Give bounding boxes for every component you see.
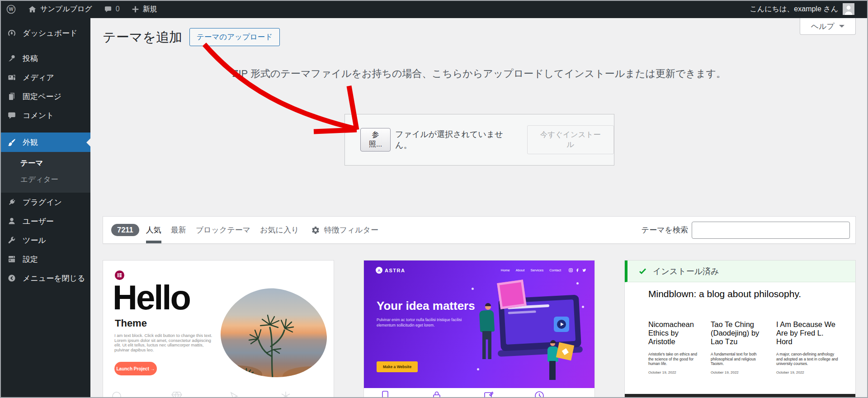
new-content-link[interactable]: 新規 — [126, 0, 163, 18]
gem-icon — [171, 391, 183, 398]
search-themes-label: テーマを検索 — [642, 225, 688, 235]
new-label: 新規 — [143, 5, 157, 14]
wp-logo-button[interactable]: W — [0, 0, 22, 18]
mindblown-post: Nicomachean Ethics by Aristotle Aristotl… — [648, 320, 700, 374]
phone-icon — [381, 391, 389, 398]
astra-brand-name: ASTRA — [385, 268, 405, 273]
sidebar-item-settings[interactable]: 設定 — [0, 250, 90, 269]
appearance-submenu: テーマ エディター — [0, 152, 90, 193]
mindblown-posts-grid: Nicomachean Ethics by Aristotle Aristotl… — [648, 320, 838, 374]
gear-icon — [311, 226, 320, 235]
facebook-icon — [576, 268, 580, 272]
avatar — [843, 3, 854, 15]
upload-theme-form: 参照... ファイルが選択されていません。 今すぐインストール — [344, 114, 614, 166]
sidebar-item-dashboard[interactable]: ダッシュボード — [0, 24, 90, 43]
mindblown-site-heading: Mindblown: a blog about philosophy. — [648, 289, 801, 299]
install-now-button-disabled: 今すぐインストール — [527, 125, 614, 154]
sidebar-label-users: ユーザー — [23, 216, 54, 227]
my-account-link[interactable]: こんにちは、example さん — [744, 0, 868, 18]
astra-preview-features-row — [364, 388, 594, 398]
theme-card-mindblown-installed[interactable]: インストール済み Mindblown: a blog about philoso… — [624, 260, 856, 398]
dashboard-icon — [6, 28, 17, 38]
search-themes-input[interactable] — [692, 222, 850, 239]
sidebar-item-collapse-menu[interactable]: メニューを閉じる — [0, 269, 90, 288]
astra-illustration-yellow-panel — [556, 342, 574, 360]
theme-card-hello-elementor[interactable]: Hello Theme I am text block. Click edit … — [103, 260, 334, 398]
submenu-item-editor[interactable]: エディター — [0, 171, 90, 187]
filter-tab-popular[interactable]: 人気 — [146, 217, 161, 243]
feature-filter-button[interactable]: 特徴フィルター — [311, 225, 378, 235]
hello-plant-photo — [219, 288, 328, 378]
paintbrush-icon — [6, 138, 17, 147]
sparkle-dot — [582, 306, 584, 308]
sidebar-label-settings: 設定 — [23, 254, 38, 265]
sidebar-item-posts[interactable]: 投稿 — [0, 49, 90, 68]
mindblown-post: Tao Te Ching (Daodejing) by Lao Tzu A fu… — [711, 320, 766, 374]
filter-tab-latest[interactable]: 最新 — [171, 217, 186, 243]
comment-count: 0 — [116, 5, 120, 13]
plus-icon — [132, 5, 139, 13]
sidebar-label-dashboard: ダッシュボード — [23, 28, 77, 38]
hello-theme-paragraph: I am text block. Click edit button to ch… — [114, 333, 217, 352]
svg-text:W: W — [9, 6, 14, 12]
theme-browser: Hello Theme I am text block. Click edit … — [103, 260, 856, 398]
sidebar-item-users[interactable]: ユーザー — [0, 212, 90, 231]
astra-illustration-person — [550, 341, 555, 346]
astra-nav-services: Services — [530, 268, 543, 272]
asterisk-icon — [280, 391, 291, 398]
pencil-icon — [484, 391, 493, 398]
comments-link[interactable]: 0 — [98, 0, 126, 18]
wordpress-admin-window: W サンプルブログ 0 新規 こんにちは、example さん — [0, 0, 868, 398]
post-title: Nicomachean Ethics by Aristotle — [648, 320, 700, 347]
media-icon — [6, 73, 17, 82]
comments-icon — [6, 111, 17, 120]
sidebar-label-media: メディア — [23, 72, 54, 83]
user-icon — [6, 217, 17, 226]
site-name-link[interactable]: サンプルブログ — [22, 0, 98, 18]
astra-illustration-person — [482, 331, 491, 359]
theme-card-astra[interactable]: A ASTRA Home About Services Contact — [363, 260, 595, 398]
sidebar-item-media[interactable]: メディア — [0, 68, 90, 87]
admin-sidebar: ダッシュボード 投稿 メディア 固定ページ コメント 外観 — [0, 18, 90, 398]
browse-file-button[interactable]: 参照... — [360, 128, 391, 152]
sidebar-label-collapse: メニューを閉じる — [23, 273, 85, 284]
mindblown-post: I Am Because We Are by Fred L. Hord A ma… — [776, 320, 838, 374]
play-button-icon — [554, 317, 569, 332]
astra-make-a-website-button: Make a Website — [377, 361, 418, 372]
post-title: Tao Te Ching (Daodejing) by Lao Tzu — [711, 320, 766, 347]
sidebar-item-plugins[interactable]: プラグイン — [0, 193, 90, 212]
comment-bubble-icon — [104, 5, 112, 13]
sidebar-label-plugins: プラグイン — [23, 197, 62, 208]
installed-status-banner: インストール済み — [625, 261, 855, 282]
cursor-icon — [229, 391, 240, 398]
feature-filter-label: 特徴フィルター — [324, 225, 378, 235]
astra-nav-about: About — [516, 268, 525, 272]
menu-separator — [0, 125, 90, 133]
help-button[interactable]: ヘルプ — [800, 18, 856, 35]
circle-icon — [111, 391, 122, 398]
hello-theme-title: Hello — [113, 278, 190, 317]
checkmark-icon — [638, 267, 647, 275]
plug-icon — [6, 198, 17, 207]
wrench-icon — [6, 236, 17, 245]
sidebar-item-comments[interactable]: コメント — [0, 106, 90, 125]
chevron-down-icon — [839, 25, 844, 30]
post-excerpt: A major, canon-defining anthology and ad… — [776, 352, 838, 366]
submenu-item-themes[interactable]: テーマ — [0, 155, 90, 171]
sidebar-item-pages[interactable]: 固定ページ — [0, 87, 90, 106]
post-date: October 19, 2022 — [776, 370, 838, 374]
clock-icon — [535, 391, 544, 398]
filter-tab-favorites[interactable]: お気に入り — [260, 217, 299, 243]
main-content: ヘルプ テーマを追加 テーマのアップロード ZIP 形式のテーマファイルをお持ち… — [90, 18, 868, 398]
sidebar-item-tools[interactable]: ツール — [0, 231, 90, 250]
pages-icon — [6, 92, 17, 101]
sidebar-label-appearance: 外観 — [23, 137, 38, 147]
filter-tab-block-themes[interactable]: ブロックテーマ — [196, 217, 250, 243]
sidebar-item-appearance[interactable]: 外観 — [0, 133, 90, 152]
admin-bar: W サンプルブログ 0 新規 こんにちは、example さん — [0, 0, 868, 18]
sidebar-label-pages: 固定ページ — [23, 91, 61, 102]
upload-theme-toggle-button[interactable]: テーマのアップロード — [189, 28, 280, 46]
sidebar-label-comments: コメント — [23, 110, 54, 121]
installed-label: インストール済み — [653, 266, 719, 277]
sparkle-dot — [477, 368, 479, 370]
